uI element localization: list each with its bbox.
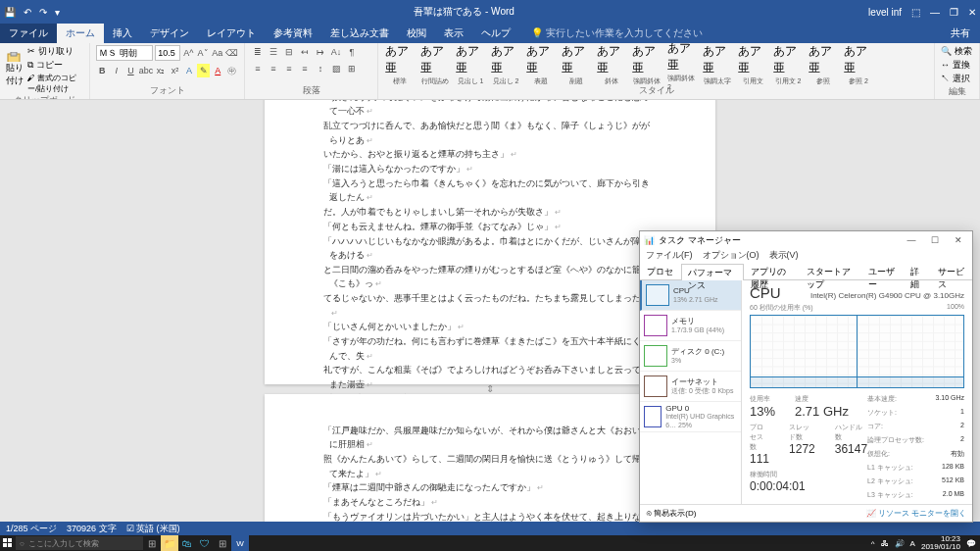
increase-indent-icon[interactable]: ↦ [314, 45, 327, 59]
doc-line[interactable]: 「もうヴァイオリンは片づいたかい」と主人はようやく本を伏せて、起き上りながらつい… [323, 510, 657, 522]
tab-view[interactable]: 表示 [435, 24, 472, 43]
justify-icon[interactable]: ≡ [298, 62, 312, 75]
style-1[interactable]: あア亜行間詰め [419, 45, 451, 84]
bullets-icon[interactable]: ≣ [251, 45, 265, 59]
language-status[interactable]: ☑ 英語 (米国) [126, 523, 180, 535]
paste-button[interactable]: 貼り付け [6, 52, 24, 87]
page-count[interactable]: 1/285 ページ [6, 523, 57, 535]
tray-notifications-icon[interactable]: 💬 [966, 539, 976, 548]
shrink-font-icon[interactable]: A˅ [197, 46, 210, 60]
sort-icon[interactable]: A↓ [329, 45, 343, 59]
tm-item-gpu[interactable]: GPU 0Intel(R) UHD Graphics 6… 25% [640, 402, 741, 432]
style-2[interactable]: あア亜見出し 1 [455, 45, 486, 84]
tm-titlebar[interactable]: 📊 タスク マネージャー ― ☐ ✕ [640, 231, 972, 249]
word-count[interactable]: 370926 文字 [67, 523, 117, 535]
share-button[interactable]: 共有 [941, 24, 980, 43]
doc-line[interactable]: 「煙草は二週間中爺さんの御馳走になったんですか」 [323, 480, 657, 495]
font-name[interactable]: ＭＳ 明朝 [96, 45, 153, 61]
decrease-indent-icon[interactable]: ↤ [298, 45, 312, 59]
start-button[interactable] [0, 535, 16, 551]
style-10[interactable]: あア亜引用文 [737, 45, 768, 84]
cut-button[interactable]: ✂ 切り取り [27, 45, 83, 58]
show-marks-icon[interactable]: ¶ [345, 45, 359, 59]
replace-button[interactable]: ↔ 置換 [941, 59, 973, 72]
tm-menu-file[interactable]: ファイル(F) [646, 249, 693, 263]
align-right-icon[interactable]: ≡ [282, 62, 296, 75]
style-12[interactable]: あア亜参照 [808, 45, 839, 84]
tab-layout[interactable]: レイアウト [198, 24, 265, 43]
style-7[interactable]: あア亜強調斜体 [631, 45, 662, 84]
style-11[interactable]: あア亜引用文 2 [772, 45, 804, 84]
grow-font-icon[interactable]: A^ [182, 46, 195, 60]
tm-item-disk[interactable]: ディスク 0 (C:)3% [640, 341, 741, 372]
tab-file[interactable]: ファイル [0, 24, 57, 43]
italic-button[interactable]: I [111, 64, 123, 77]
tab-help[interactable]: ヘルプ [472, 24, 519, 43]
tm-tab-users[interactable]: ユーザー [861, 263, 903, 279]
doc-line[interactable]: 「じいさん何とかいいましたか」 [323, 320, 657, 334]
select-button[interactable]: ↖ 選択 [941, 73, 973, 85]
fewer-details-button[interactable]: ⊙ 簡易表示(D) [646, 508, 696, 519]
shading-icon[interactable]: ▨ [329, 62, 343, 75]
text-effects-icon[interactable]: A [183, 64, 196, 77]
font-size[interactable]: 10.5 [155, 45, 180, 61]
taskbar-app-sticky[interactable]: ⊞ [214, 535, 231, 551]
task-view-icon[interactable]: ⊞ [143, 535, 161, 551]
highlight-icon[interactable]: ✎ [197, 64, 210, 77]
tab-insert[interactable]: 挿入 [104, 24, 141, 43]
style-0[interactable]: あア亜標準 [384, 45, 416, 84]
tm-tab-startup[interactable]: スタートアップ [800, 263, 862, 279]
redo-icon[interactable]: ↷ [39, 7, 47, 18]
tm-tab-performance[interactable]: パフォーマンス [681, 264, 744, 280]
enclose-char-icon[interactable]: ㊥ [226, 64, 239, 77]
user-name[interactable]: level inf [868, 7, 902, 18]
line-spacing-icon[interactable]: ↕ [314, 62, 327, 75]
page-gap-handle[interactable]: ⇕ [486, 383, 494, 394]
cpu-graph[interactable] [750, 315, 964, 388]
doc-line[interactable]: てるじゃないか、悪事千里とはよく云ったものだね。たちまち露見してしまった」 [323, 291, 657, 320]
doc-line[interactable]: 「何とも云えませんね。煙草の御手並《おてなみ》じゃ」 [323, 220, 657, 234]
taskbar-app-store[interactable]: 🛍 [178, 535, 196, 551]
ribbon-options-icon[interactable]: ⬚ [911, 7, 920, 18]
doc-line[interactable]: 「ハハハハじじいもなかなか眼識があるよ。巾着はとにかくだが、じいさんが障子をあけ… [323, 234, 657, 263]
font-color-icon[interactable]: A [212, 64, 224, 77]
tm-menu-view[interactable]: 表示(V) [769, 249, 799, 263]
doc-line[interactable]: 「奴さん手拭《てぬぐい》をぶらさげて湯に出掛けたから、呑むならここだと思って一心… [323, 100, 657, 119]
taskbar-app-word[interactable]: W [231, 535, 249, 551]
numbering-icon[interactable]: ☰ [267, 45, 280, 59]
tray-ime-icon[interactable]: A [910, 539, 915, 548]
style-3[interactable]: あア亜見出し 2 [490, 45, 521, 84]
style-8[interactable]: あア亜強調斜体 2 [666, 45, 698, 84]
tab-references[interactable]: 参考資料 [265, 24, 321, 43]
doc-line[interactable]: と二日間の溜め呑みをやった煙草の煙りがむっとするほど室《へや》のなかに籠《こも》… [323, 263, 657, 291]
strike-button[interactable]: abc [139, 64, 153, 77]
undo-icon[interactable]: ↶ [24, 7, 31, 18]
maximize-icon[interactable]: ❐ [950, 7, 958, 18]
close-icon[interactable]: ✕ [968, 7, 976, 18]
doc-line[interactable]: 乱立てつづけに呑んで、ああ愉快だと思う間《ま》もなく、障子《しょうじ》ががらりと… [323, 119, 657, 147]
tm-minimize-icon[interactable]: ― [902, 235, 921, 245]
tab-design[interactable]: デザイン [141, 24, 198, 43]
clear-format-icon[interactable]: ⌫ [225, 46, 238, 60]
align-center-icon[interactable]: ≡ [267, 62, 280, 75]
tm-close-icon[interactable]: ✕ [949, 235, 968, 245]
tab-review[interactable]: 校閲 [398, 24, 435, 43]
taskbar-app-explorer[interactable]: 📁 [161, 535, 178, 551]
format-painter-button[interactable]: 🖌 書式のコピー/貼り付け [27, 73, 83, 94]
doc-line[interactable]: いたから、おやと振り返ると煙草の持ち主さ」 [323, 147, 657, 162]
doc-line[interactable]: 「江戸趣味だか、呉服屋趣味だか知らないが、それから僕は爺さんと大《おおい》に肝胆… [323, 424, 657, 452]
taskbar-search[interactable]: ○ここに入力して検索 [16, 536, 143, 550]
doc-line[interactable]: だ。人が巾着でもとりゃしまいし第一それからが失敬さ」 [323, 205, 657, 220]
doc-line[interactable]: 「まあそんなところだね」 [323, 495, 657, 510]
change-case-icon[interactable]: Aa [211, 46, 223, 60]
underline-button[interactable]: U [124, 64, 137, 77]
tm-tab-processes[interactable]: プロセス [640, 263, 681, 279]
subscript-button[interactable]: x₂ [155, 64, 168, 77]
minimize-icon[interactable]: ― [930, 7, 940, 18]
style-13[interactable]: あア亜参照 2 [843, 45, 874, 84]
tray-clock[interactable]: 10:23 2019/01/10 [921, 535, 960, 551]
doc-line[interactable]: 照《かんたんあいて》らして、二週間の閑日月を愉快に送《とうりゅう》して帰って来た… [323, 452, 657, 480]
tm-maximize-icon[interactable]: ☐ [925, 235, 945, 245]
tab-mailings[interactable]: 差し込み文書 [321, 24, 398, 43]
align-left-icon[interactable]: ≡ [251, 62, 265, 75]
